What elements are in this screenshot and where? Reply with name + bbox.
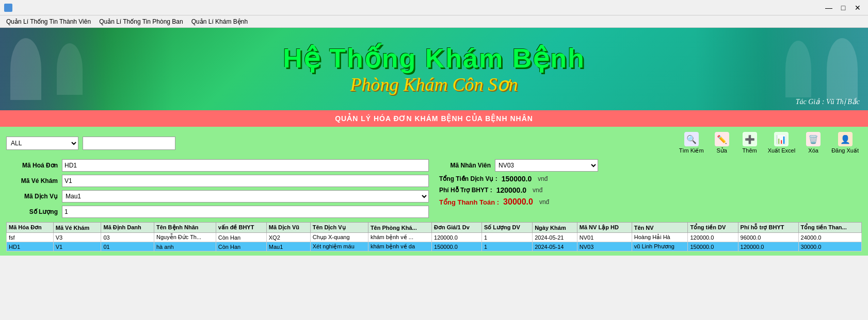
filter-select[interactable]: ALL Mã Hóa Đơn Mã Vé Khám Tên Bệnh Nhân xyxy=(6,137,78,150)
menu-thanh-vien[interactable]: Quản Lí Thống Tin Thành Viên xyxy=(2,17,95,26)
logout-button[interactable]: 👤 Đăng Xuất xyxy=(828,131,862,155)
delete-icon: 🗑️ xyxy=(806,132,821,146)
delete-button[interactable]: 🗑️ Xóa xyxy=(800,131,826,155)
table-container: Mã Hóa Đơn Mã Vé Khám Mã Định Danh Tên B… xyxy=(6,222,862,251)
col-ma-dich-vu: Mã Dịch Vũ xyxy=(266,223,310,233)
table-cell: Mau1 xyxy=(266,242,310,251)
title-bar: — □ ✕ xyxy=(0,0,868,15)
col-ma-dinh-danh: Mã Định Danh xyxy=(101,223,154,233)
ma-hoa-don-input[interactable] xyxy=(62,159,429,172)
col-ma-nv-lap-hd: Mã NV Lập HD xyxy=(577,223,632,233)
table-row[interactable]: HD1V101hà anhCòn HanMau1Xét nghiệm máukh… xyxy=(7,242,862,251)
table-body: fsfV303Nguyễn Đức Th...Còn HanXQ2Chụp X-… xyxy=(7,233,862,251)
form-area: Mã Hoá Đơn Mã Vé Khám Mã Dịch Vụ Mau1 XQ… xyxy=(6,159,862,218)
tong-thanh-toan-label: Tổng Thanh Toán : xyxy=(439,198,499,206)
so-luong-label: Số Lượng xyxy=(6,208,58,215)
col-phi-ho-tro-bhyt: Phí hỗ trợ BHYT xyxy=(738,223,798,233)
minimize-button[interactable]: — xyxy=(823,3,835,12)
table-cell: 120000.0 xyxy=(688,233,738,242)
table-cell: 1 xyxy=(481,242,532,251)
banner-subtitle: Phòng Khám Côn Sơn xyxy=(283,74,585,95)
window-controls: — □ ✕ xyxy=(823,3,864,12)
tong-tien-dv-label: Tổng Tiền Dịch Vụ : xyxy=(439,175,497,182)
add-button[interactable]: ➕ Thêm xyxy=(737,131,763,155)
tong-thanh-toan-unit: vnđ xyxy=(539,198,549,206)
page-title: QUẢN LÝ HÓA ĐƠN KHÁM BỆNH CỦA BỆNH NHÂN xyxy=(0,110,868,127)
menu-phong-ban[interactable]: Quản Lí Thống Tin Phòng Ban xyxy=(95,17,187,26)
excel-icon: 📊 xyxy=(774,132,789,146)
edit-icon: ✏️ xyxy=(715,132,729,146)
table-cell: 96000.0 xyxy=(738,233,798,242)
form-right: Mã Nhân Viên NV03 NV01 Tổng Tiền Dịch Vụ… xyxy=(439,159,862,218)
excel-button[interactable]: 📊 Xuất Excel xyxy=(765,131,798,155)
phi-ho-tro-value: 120000.0 xyxy=(496,186,526,194)
col-don-gia: Đơn Giá/1 Dv xyxy=(432,223,482,233)
so-luong-row: Số Lượng xyxy=(6,206,429,218)
table-cell: 2024-05-21 xyxy=(533,233,577,242)
col-tong-tien-than: Tổng tiền Than... xyxy=(798,223,861,233)
col-tong-tien-dv: Tổng tiền DV xyxy=(688,223,738,233)
table-cell: V3 xyxy=(53,233,101,242)
table-cell: Hoàng Hải Hà xyxy=(632,233,688,242)
search-button[interactable]: 🔍 Tìm Kiếm xyxy=(676,131,707,155)
logout-icon: 👤 xyxy=(838,132,853,146)
table-cell: V1 xyxy=(53,242,101,251)
table-cell: 30000.0 xyxy=(798,242,861,251)
table-cell: Còn Han xyxy=(216,242,266,251)
table-cell: Nguyễn Đức Th... xyxy=(154,233,216,242)
col-ma-ve-kham: Mã Vé Khám xyxy=(53,223,101,233)
table-cell: 2024-05-14 xyxy=(533,242,577,251)
form-left: Mã Hoá Đơn Mã Vé Khám Mã Dịch Vụ Mau1 XQ… xyxy=(6,159,429,218)
close-button[interactable]: ✕ xyxy=(851,3,864,12)
ma-dich-vu-label: Mã Dịch Vụ xyxy=(6,193,58,200)
ma-ve-kham-row: Mã Vé Khám xyxy=(6,175,429,187)
table-cell: XQ2 xyxy=(266,233,310,242)
ma-nhan-vien-select[interactable]: NV03 NV01 xyxy=(495,159,598,172)
table-row[interactable]: fsfV303Nguyễn Đức Th...Còn HanXQ2Chụp X-… xyxy=(7,233,862,242)
col-ten-phong-kha: Tên Phòng Khá... xyxy=(368,223,431,233)
banner-author: Tác Giả : Vũ Thị Bắc xyxy=(796,97,860,106)
table-cell: Chụp X-quang xyxy=(310,233,368,242)
table-cell: khám bệnh về ... xyxy=(368,233,431,242)
table-cell: hà anh xyxy=(154,242,216,251)
col-ma-hoa-don: Mã Hóa Đơn xyxy=(7,223,54,233)
ma-ve-kham-input[interactable] xyxy=(62,175,429,187)
add-icon: ➕ xyxy=(743,132,757,146)
ma-hoa-don-label: Mã Hoá Đơn xyxy=(6,162,58,169)
tong-tien-dv-row: Tổng Tiền Dịch Vụ : 150000.0 vnđ xyxy=(439,175,862,183)
ma-dich-vu-select[interactable]: Mau1 XQ2 xyxy=(62,190,429,203)
tong-thanh-toan-row: Tổng Thanh Toán : 30000.0 vnđ xyxy=(439,197,862,207)
maximize-button[interactable]: □ xyxy=(837,3,849,12)
table-cell: Xét nghiệm máu xyxy=(310,242,368,251)
phi-ho-tro-row: Phí Hỗ Trợ BHYT : 120000.0 vnđ xyxy=(439,186,862,194)
so-luong-input[interactable] xyxy=(62,206,429,218)
tong-tien-dv-unit: vnđ xyxy=(538,175,548,182)
banner-content: Hệ Thống Khám Bệnh Phòng Khám Côn Sơn xyxy=(283,43,585,95)
data-table: Mã Hóa Đơn Mã Vé Khám Mã Định Danh Tên B… xyxy=(6,222,862,251)
banner-title: Hệ Thống Khám Bệnh xyxy=(283,43,585,74)
table-cell: NV01 xyxy=(577,233,632,242)
search-icon: 🔍 xyxy=(684,132,699,146)
table-cell: 150000.0 xyxy=(688,242,738,251)
app-icon xyxy=(4,4,12,12)
ma-hoa-don-row: Mã Hoá Đơn xyxy=(6,159,429,172)
ma-nhan-vien-label: Mã Nhân Viên xyxy=(439,162,491,169)
col-ngay-kham: Ngày Khám xyxy=(533,223,577,233)
phi-ho-tro-unit: vnđ xyxy=(533,187,542,194)
menu-kham-benh[interactable]: Quản Lí Khám Bệnh xyxy=(187,17,252,26)
table-cell: HD1 xyxy=(7,242,54,251)
phi-ho-tro-label: Phí Hỗ Trợ BHYT : xyxy=(439,187,492,194)
tong-tien-dv-value: 150000.0 xyxy=(502,175,532,183)
col-ten-benh-nhan: Tên Bệnh Nhân xyxy=(154,223,216,233)
ma-nhan-vien-row: Mã Nhân Viên NV03 NV01 xyxy=(439,159,862,172)
banner: Hệ Thống Khám Bệnh Phòng Khám Côn Sơn Tá… xyxy=(0,28,868,110)
edit-button[interactable]: ✏️ Sửa xyxy=(709,131,735,155)
search-input[interactable] xyxy=(83,137,175,150)
table-cell: 120000.0 xyxy=(432,233,482,242)
table-cell: Còn Han xyxy=(216,233,266,242)
table-cell: 1 xyxy=(481,233,532,242)
table-cell: NV03 xyxy=(577,242,632,251)
col-ten-dich-vu: Tên Dịch Vụ xyxy=(310,223,368,233)
table-cell: 150000.0 xyxy=(432,242,482,251)
ma-dich-vu-row: Mã Dịch Vụ Mau1 XQ2 xyxy=(6,190,429,203)
